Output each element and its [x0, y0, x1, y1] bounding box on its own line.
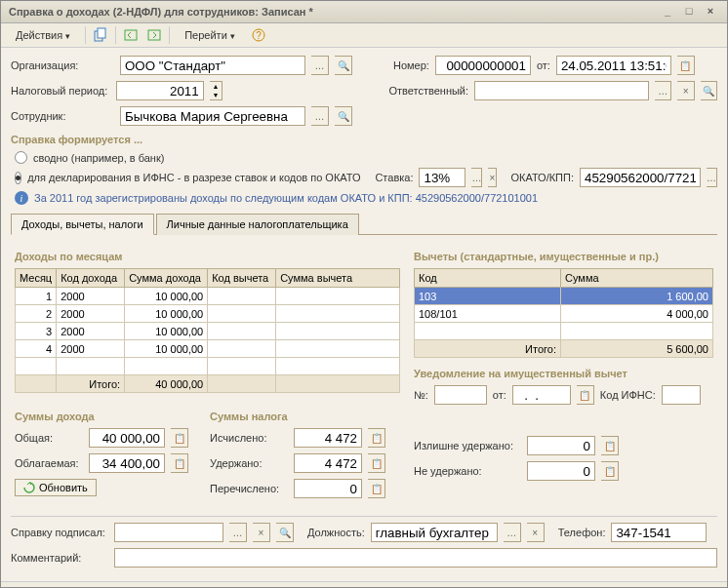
- clear-icon[interactable]: ×: [677, 81, 694, 100]
- phone-input[interactable]: [611, 523, 707, 542]
- bottom-actions: 2-НДФЛ Печать OK Записать Закрыть: [1, 581, 727, 588]
- income-title: Доходы по месяцам: [15, 251, 400, 262]
- taxperiod-label: Налоговый период:: [11, 85, 110, 97]
- period-spinner[interactable]: ▲▼: [210, 81, 222, 100]
- taxperiod-input[interactable]: [116, 81, 204, 100]
- col-sum[interactable]: Сумма дохода: [125, 269, 208, 288]
- calendar-icon[interactable]: 📋: [577, 385, 594, 405]
- comment-label: Комментарий:: [11, 552, 108, 564]
- employee-input[interactable]: [120, 106, 305, 126]
- actions-menu[interactable]: Действия: [7, 26, 79, 44]
- col-month[interactable]: Месяц: [16, 269, 57, 288]
- select-icon[interactable]: …: [707, 168, 717, 187]
- calc-icon[interactable]: 📋: [601, 436, 619, 455]
- org-label: Организация:: [11, 59, 114, 71]
- select-icon[interactable]: …: [504, 523, 521, 542]
- position-input[interactable]: [371, 523, 498, 542]
- under-label: Не удержано:: [414, 465, 521, 477]
- calc-icon[interactable]: 📋: [601, 461, 619, 481]
- help-icon[interactable]: ?: [250, 26, 267, 44]
- clear-icon[interactable]: ×: [253, 523, 270, 542]
- maximize-button[interactable]: □: [680, 5, 698, 19]
- tab-personal[interactable]: Личные данные налогоплательщика: [156, 214, 359, 235]
- calc-icon[interactable]: 📋: [368, 479, 385, 498]
- search-icon[interactable]: 🔍: [276, 523, 294, 542]
- employee-label: Сотрудник:: [11, 110, 114, 122]
- notice-num-input[interactable]: [434, 385, 487, 405]
- select-icon[interactable]: …: [311, 56, 329, 75]
- search-icon[interactable]: 🔍: [701, 81, 717, 100]
- col-ded-code[interactable]: Код: [415, 269, 561, 288]
- calc-icon[interactable]: 📋: [368, 428, 385, 448]
- taxable-input[interactable]: [89, 453, 165, 473]
- phone-label: Телефон:: [558, 527, 606, 538]
- rate-input[interactable]: [419, 168, 465, 187]
- col-dedcode[interactable]: Код вычета: [208, 269, 276, 288]
- okato-input[interactable]: [580, 168, 701, 187]
- calc-icon[interactable]: 📋: [171, 428, 188, 448]
- calc-input[interactable]: [294, 428, 362, 448]
- table-row: 1200010 000,00: [16, 288, 400, 305]
- select-icon[interactable]: …: [311, 106, 329, 126]
- clear-icon[interactable]: ×: [488, 168, 497, 187]
- col-code[interactable]: Код дохода: [57, 269, 125, 288]
- deductions-table[interactable]: Код Сумма 1031 600,00 108/1014 000,00 Ит…: [414, 268, 713, 358]
- income-table[interactable]: Месяц Код дохода Сумма дохода Код вычета…: [15, 268, 400, 393]
- next-icon[interactable]: [145, 26, 163, 44]
- titlebar: Справка о доходах (2-НДФЛ) для сотрудник…: [1, 1, 727, 23]
- goto-menu[interactable]: Перейти: [176, 26, 244, 44]
- svg-rect-3: [148, 30, 160, 40]
- search-icon[interactable]: 🔍: [335, 106, 352, 126]
- deductions-title: Вычеты (стандартные, имущественные и пр.…: [414, 251, 713, 262]
- refresh-button[interactable]: Обновить: [15, 479, 97, 496]
- select-icon[interactable]: …: [229, 523, 247, 542]
- col-ded-sum[interactable]: Сумма: [561, 269, 713, 288]
- calc-label: Исчислено:: [210, 432, 288, 444]
- minimize-button[interactable]: _: [659, 5, 676, 19]
- signed-input[interactable]: [114, 523, 223, 542]
- prev-icon[interactable]: [122, 26, 140, 44]
- total-row: Итого:5 600,00: [415, 340, 713, 358]
- date-input[interactable]: [556, 56, 671, 75]
- table-row: 4200010 000,00: [16, 340, 400, 358]
- close-button[interactable]: ×: [702, 5, 719, 19]
- clear-icon[interactable]: ×: [527, 523, 545, 542]
- notice-title: Уведомление на имущественный вычет: [414, 368, 713, 379]
- sums-tax-title: Суммы налога: [210, 411, 400, 422]
- responsible-label: Ответственный:: [388, 85, 468, 97]
- col-dedsum[interactable]: Сумма вычета: [276, 269, 400, 288]
- radio-declaration[interactable]: [15, 172, 21, 184]
- table-row: 1031 600,00: [415, 288, 713, 305]
- svg-rect-1: [98, 28, 105, 38]
- toolbar: Действия Перейти ?: [1, 23, 727, 48]
- table-row: 2200010 000,00: [16, 305, 400, 323]
- radio-summary[interactable]: [15, 151, 27, 164]
- over-input[interactable]: [527, 436, 595, 455]
- calc-icon[interactable]: 📋: [171, 453, 188, 473]
- comment-input[interactable]: [114, 548, 717, 568]
- window-buttons: _ □ ×: [659, 5, 719, 19]
- calendar-icon[interactable]: 📋: [677, 56, 695, 75]
- search-icon[interactable]: 🔍: [335, 56, 352, 75]
- notice-ifns-input[interactable]: [662, 385, 701, 405]
- notice-from-input[interactable]: [512, 385, 571, 405]
- total-income-input[interactable]: [89, 428, 165, 448]
- tab-income[interactable]: Доходы, вычеты, налоги: [11, 214, 154, 235]
- notice-num-label: №:: [414, 389, 428, 401]
- responsible-input[interactable]: [474, 81, 649, 100]
- total-row: Итого:40 000,00: [16, 375, 400, 393]
- calc-icon[interactable]: 📋: [368, 453, 385, 473]
- select-icon[interactable]: …: [471, 168, 482, 187]
- total-label: Общая:: [15, 432, 83, 444]
- okato-label: ОКАТО/КПП:: [510, 172, 574, 183]
- select-icon[interactable]: …: [655, 81, 671, 100]
- number-label: Номер:: [393, 59, 429, 71]
- copy-icon[interactable]: [92, 26, 109, 44]
- under-input[interactable]: [527, 461, 595, 481]
- table-row: 108/1014 000,00: [415, 305, 713, 323]
- held-label: Удержано:: [210, 457, 288, 469]
- trans-input[interactable]: [294, 479, 362, 498]
- org-input[interactable]: [120, 56, 305, 75]
- held-input[interactable]: [294, 453, 362, 473]
- number-input[interactable]: [435, 56, 531, 75]
